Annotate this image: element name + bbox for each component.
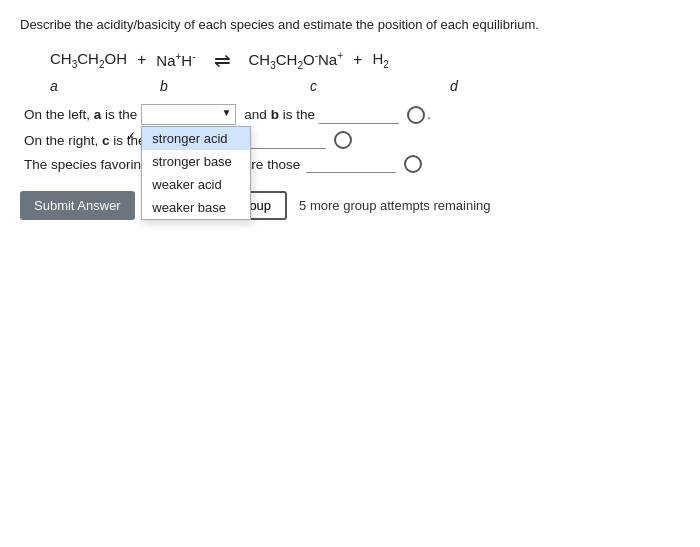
checkmark-icon: ✓: [126, 129, 136, 143]
product-1: CH3CH2O-Na+: [249, 50, 344, 71]
favoring-circle-button[interactable]: [404, 155, 422, 173]
dropdown-a-display[interactable]: the ▼: [141, 104, 236, 125]
period-1: .: [427, 107, 431, 122]
equilibrium-arrow: ⇌: [214, 48, 231, 72]
s1-mid: and b is the: [244, 107, 315, 122]
s1-prefix: On the left, a is the: [24, 107, 137, 122]
sentence-2-row: On the right, c is the and d is the: [20, 131, 680, 149]
d-input[interactable]: [246, 131, 326, 149]
dropdown-a-menu[interactable]: ✓ stronger acid stronger base weaker aci…: [141, 126, 251, 220]
button-row: Submit Answer Retry Entire Group 5 more …: [20, 191, 680, 220]
plus-1: +: [137, 51, 146, 69]
label-d: d: [450, 78, 510, 94]
labels-row: a b c d: [20, 78, 680, 94]
option-stronger-base[interactable]: stronger base: [142, 150, 250, 173]
dropdown-chevron: ▼: [221, 107, 231, 118]
option-weaker-acid[interactable]: weaker acid: [142, 173, 250, 196]
sentence-1-row: On the left, a is the the ▼ ✓ stronger a…: [20, 104, 680, 125]
label-a: a: [50, 78, 160, 94]
option-stronger-acid[interactable]: ✓ stronger acid: [142, 127, 250, 150]
label-b: b: [160, 78, 310, 94]
sentence-3-row: The species favoring the equilibrium are…: [20, 155, 680, 173]
b-input[interactable]: [319, 106, 399, 124]
plus-2: +: [353, 51, 362, 69]
dropdown-a[interactable]: the ▼ ✓ stronger acid stronger base weak…: [141, 104, 236, 125]
option-weaker-base[interactable]: weaker base: [142, 196, 250, 219]
d-circle-button[interactable]: [334, 131, 352, 149]
submit-button[interactable]: Submit Answer: [20, 191, 135, 220]
instruction-text: Describe the acidity/basicity of each sp…: [20, 16, 680, 34]
favoring-input[interactable]: [306, 155, 396, 173]
b-circle-button[interactable]: [407, 106, 425, 124]
label-c: c: [310, 78, 450, 94]
product-2: H2: [372, 50, 388, 70]
attempts-remaining: 5 more group attempts remaining: [299, 198, 490, 213]
reactant-2: Na+H-: [156, 51, 195, 69]
reactant-1: CH3CH2OH: [50, 50, 127, 70]
equation-row: CH3CH2OH + Na+H- ⇌ CH3CH2O-Na+ + H2: [20, 48, 680, 72]
